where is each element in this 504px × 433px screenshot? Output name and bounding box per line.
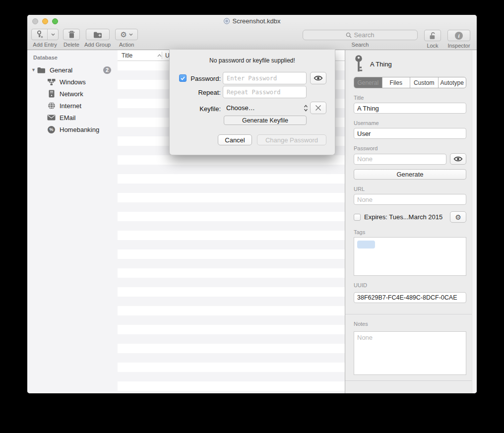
keyfile-popup[interactable]: Choose… xyxy=(223,102,308,114)
url-field-label: URL xyxy=(354,186,466,192)
keyfile-value: Choose… xyxy=(226,104,304,112)
change-password-dialog: No password or keyfile supplied! Passwor… xyxy=(169,50,335,155)
expires-settings-button[interactable]: ⚙ xyxy=(450,211,466,223)
password-label: Password: xyxy=(188,75,221,82)
entry-count-badge: 2 xyxy=(103,66,111,74)
search-placeholder: Search xyxy=(354,31,374,39)
uuid-label: UUID xyxy=(354,282,466,288)
uuid-field[interactable] xyxy=(354,292,466,303)
key-plus-icon[interactable] xyxy=(32,29,48,40)
search-input[interactable]: Search xyxy=(303,30,418,40)
section-divider xyxy=(345,314,477,314)
tag-token[interactable] xyxy=(357,241,375,248)
delete-label: Delete xyxy=(63,42,79,48)
expires-checkbox[interactable] xyxy=(354,214,361,221)
add-group-button[interactable] xyxy=(86,29,110,40)
disclosure-triangle-icon[interactable]: ▼ xyxy=(31,67,37,72)
sidebar-item-homebanking[interactable]: % Homebanking xyxy=(27,124,118,135)
folder-icon xyxy=(37,67,46,73)
password-checkbox[interactable] xyxy=(179,74,187,82)
notes-label: Notes xyxy=(354,321,466,327)
inspector-button[interactable]: i xyxy=(447,30,470,41)
folder-plus-icon xyxy=(93,31,102,38)
globe-icon xyxy=(47,102,56,110)
toolbar: Add Entry Delete xyxy=(27,28,477,50)
chevron-down-icon xyxy=(129,33,133,36)
title-field[interactable] xyxy=(354,103,466,114)
add-group-label: Add Group xyxy=(84,42,111,48)
tags-field[interactable] xyxy=(354,237,466,276)
entry-header: A Thing xyxy=(354,54,466,74)
document-proxy-icon[interactable] xyxy=(224,18,230,24)
inspector-panel: A Thing General Files Custom Autotype Ti… xyxy=(345,50,477,393)
section-divider xyxy=(345,380,477,381)
generate-password-button[interactable]: Generate xyxy=(354,169,466,180)
sidebar-section-header: Database xyxy=(27,55,118,61)
server-icon xyxy=(47,90,56,98)
sort-ascending-icon xyxy=(157,54,162,57)
lock-group: Lock xyxy=(424,30,441,49)
sidebar-item-label: EMail xyxy=(60,114,76,122)
delete-group: Delete xyxy=(63,29,80,48)
sidebar: Database ▼ General 2 Windo xyxy=(27,50,118,393)
eye-icon xyxy=(314,75,323,81)
sidebar-item-general[interactable]: ▼ General 2 xyxy=(27,64,118,76)
tab-custom[interactable]: Custom xyxy=(410,77,438,88)
sidebar-item-label: Windows xyxy=(60,78,86,86)
username-field[interactable] xyxy=(354,128,466,139)
close-button[interactable] xyxy=(32,18,38,24)
dialog-message: No password or keyfile supplied! xyxy=(170,57,335,64)
action-label: Action xyxy=(119,42,134,48)
cancel-button[interactable]: Cancel xyxy=(218,134,252,145)
tab-general[interactable]: General xyxy=(354,77,382,88)
reveal-password-button[interactable] xyxy=(450,153,466,165)
search-label: Search xyxy=(352,42,369,48)
sidebar-item-network[interactable]: Network xyxy=(27,88,118,100)
enter-password-input[interactable] xyxy=(223,72,307,84)
column-header-title[interactable]: Title xyxy=(118,52,162,59)
tab-autotype[interactable]: Autotype xyxy=(438,77,466,88)
titlebar[interactable]: Screenshot.kdbx xyxy=(27,15,477,28)
key-icon xyxy=(354,55,364,73)
inspector-scrollbar[interactable] xyxy=(472,50,477,393)
add-entry-button[interactable] xyxy=(31,29,59,40)
lock-label: Lock xyxy=(427,43,438,49)
clear-keyfile-button[interactable] xyxy=(310,102,326,114)
expires-label: Expires: Tues...March 2015 xyxy=(364,213,446,221)
change-password-button[interactable]: Change Password xyxy=(257,134,326,145)
inspector-tabs: General Files Custom Autotype xyxy=(354,77,466,88)
password-field[interactable] xyxy=(354,154,446,165)
window-title-group: Screenshot.kdbx xyxy=(224,17,281,25)
expires-row: Expires: Tues...March 2015 ⚙ xyxy=(354,211,466,223)
toolbar-right-group: Search Search Lock i xyxy=(303,30,470,49)
reveal-password-button[interactable] xyxy=(310,72,326,84)
notes-field[interactable] xyxy=(354,331,466,375)
envelope-icon xyxy=(47,114,56,122)
sidebar-item-internet[interactable]: Internet xyxy=(27,100,118,112)
sidebar-item-label: Homebanking xyxy=(60,126,99,133)
minimize-button[interactable] xyxy=(42,18,48,24)
generate-keyfile-button[interactable]: Generate Keyfile xyxy=(224,116,307,125)
url-field[interactable] xyxy=(354,194,466,205)
tab-files[interactable]: Files xyxy=(382,77,410,88)
password-field-label: Password xyxy=(354,145,466,151)
delete-button[interactable] xyxy=(63,29,80,40)
add-entry-dropdown-icon[interactable] xyxy=(48,29,58,40)
toolbar-left-group: Add Entry Delete xyxy=(31,29,138,48)
repeat-password-input[interactable] xyxy=(223,86,307,98)
sidebar-item-label: Internet xyxy=(60,102,81,110)
add-entry-group: Add Entry xyxy=(31,29,59,48)
action-button[interactable]: ⚙ xyxy=(115,29,138,40)
column-header-username[interactable]: U xyxy=(162,52,170,59)
lock-button[interactable] xyxy=(424,30,441,41)
zoom-button[interactable] xyxy=(52,18,58,24)
sidebar-item-windows[interactable]: Windows xyxy=(27,76,118,88)
entry-title: A Thing xyxy=(370,61,392,68)
popup-stepper-icon xyxy=(304,105,308,112)
sidebar-item-email[interactable]: EMail xyxy=(27,112,118,124)
eye-icon xyxy=(453,156,463,162)
traffic-lights xyxy=(32,18,58,24)
trash-icon xyxy=(68,31,75,38)
password-field-row xyxy=(354,153,466,165)
workgroup-icon xyxy=(47,78,56,86)
